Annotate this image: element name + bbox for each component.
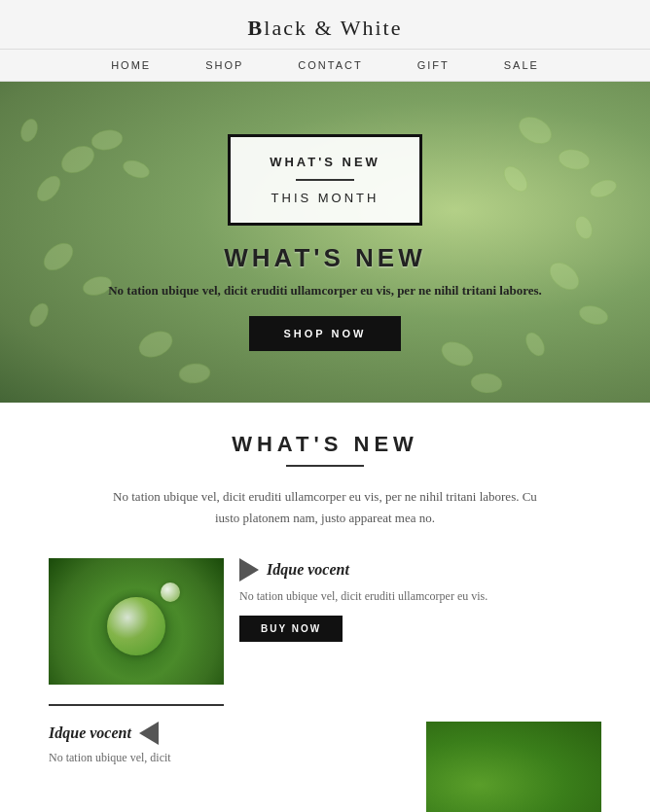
buy-now-button-1[interactable]: BUY NOW [239, 616, 343, 642]
svg-point-0 [56, 141, 98, 179]
product-row-1: Idque vocent No tation ubique vel, dicit… [39, 558, 611, 685]
product-name-1: Idque vocent [267, 561, 349, 579]
hero-headline: WHAT'S NEW [224, 243, 425, 273]
product-info-1: Idque vocent No tation ubique vel, dicit… [224, 558, 601, 642]
hero-box: WHAT'S NEW THIS MONTH [228, 134, 422, 226]
main-nav: HOME SHOP CONTACT GIFT SALE [0, 49, 650, 82]
site-header: Black & White [0, 0, 650, 49]
nav-home[interactable]: HOME [84, 59, 178, 71]
product-image-2 [426, 722, 601, 812]
product-info-2: Idque vocent No tation ubique vel, dicit [49, 722, 426, 777]
nav-sale[interactable]: SALE [477, 59, 566, 71]
section-body: No tation ubique vel, dicit eruditi ulla… [111, 486, 539, 529]
hero-box-title: WHAT'S NEW [270, 155, 380, 169]
arrow-left-icon [139, 722, 159, 745]
svg-point-12 [26, 300, 53, 331]
hero-content: WHAT'S NEW THIS MONTH WHAT'S NEW No tati… [108, 134, 542, 351]
product-desc-1: No tation ubique vel, dicit eruditi ulla… [239, 587, 586, 606]
product-arrow-2: Idque vocent [49, 722, 407, 745]
nav-gift[interactable]: GIFT [390, 59, 477, 71]
email-container: Black & White HOME SHOP CONTACT GIFT SAL… [0, 0, 650, 812]
svg-point-13 [545, 258, 584, 296]
shop-now-button[interactable]: SHOP NOW [249, 316, 402, 351]
svg-point-19 [470, 372, 503, 395]
product-desc-2: No tation ubique vel, dicit [49, 749, 407, 767]
svg-point-14 [577, 302, 610, 327]
svg-point-4 [18, 117, 40, 144]
section-title: WHAT'S NEW [39, 432, 611, 457]
product-arrow-1: Idque vocent [239, 558, 586, 582]
product-divider [49, 704, 224, 706]
nav-contact[interactable]: CONTACT [271, 59, 389, 71]
product-name-2: Idque vocent [49, 724, 131, 742]
hero-section: WHAT'S NEW THIS MONTH WHAT'S NEW No tati… [0, 82, 650, 403]
hero-box-subtitle: THIS MONTH [270, 191, 380, 205]
site-title: Black & White [0, 16, 650, 41]
arrow-right-icon [239, 558, 259, 582]
product-image-1 [49, 558, 224, 685]
nav-shop[interactable]: SHOP [178, 59, 271, 71]
svg-point-9 [572, 214, 595, 241]
svg-point-10 [39, 238, 78, 276]
product-row-2: Idque vocent No tation ubique vel, dicit [39, 722, 611, 812]
section-title-divider [286, 465, 364, 467]
svg-point-6 [558, 147, 592, 171]
hero-box-divider [296, 179, 354, 181]
main-content: WHAT'S NEW No tation ubique vel, dicit e… [0, 403, 650, 812]
svg-point-8 [588, 177, 619, 201]
svg-point-17 [178, 363, 211, 385]
hero-subtext: No tation ubique vel, dicit eruditi ulla… [108, 283, 542, 299]
svg-point-2 [32, 172, 64, 206]
